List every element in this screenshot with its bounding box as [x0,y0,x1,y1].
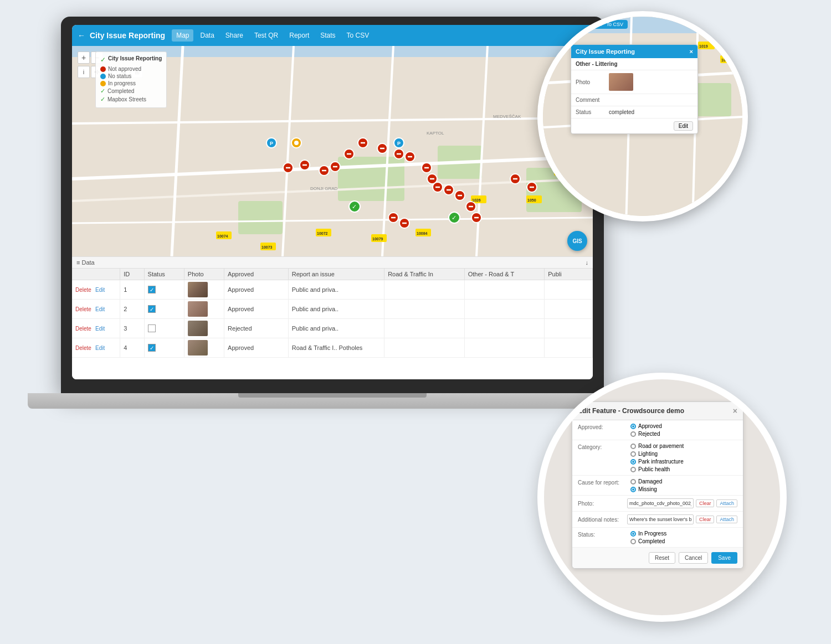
notes-attach-btn[interactable]: Attach [716,516,737,523]
edit-dialog-close[interactable]: × [733,406,737,415]
circle-nav: st QR Report Stats To CSV [548,20,628,29]
map-area[interactable]: DONJI GRAD KAPTOL MEDVEŠČAK 10074 10073 … [72,46,593,256]
approved-option-2[interactable]: Rejected [630,431,662,437]
delete-btn-4[interactable]: Delete [75,345,91,351]
svg-text:1050: 1050 [527,198,536,202]
nav-map[interactable]: Map [172,29,193,42]
legend-no-status: No status [100,73,162,79]
svg-text:10084: 10084 [417,231,428,235]
reset-btn[interactable]: Reset [649,552,675,564]
circle-popup-status-value: completed [609,109,634,115]
circle-popup-close[interactable]: × [690,48,693,55]
circle-popup: City Issue Reporting × Other - Littering… [571,44,698,134]
edit-field-photo: Photo: Clear Attach [572,496,743,512]
screen-bezel: ← City Issue Reporting Map Data Share Te… [72,25,593,379]
circle-popup-actions: Edit [571,119,697,133]
status-option-1[interactable]: In Progress [630,530,666,537]
svg-text:1019: 1019 [699,44,708,48]
status-option-2[interactable]: Completed [630,538,666,544]
nav-stats[interactable]: Stats [316,29,340,42]
cause-label: Cause for report: [578,478,630,486]
status-checked-2: ✓ [148,305,156,313]
photo-thumb-2 [188,301,208,317]
circle-popup-photo-thumb [609,73,633,91]
nav-tocsv[interactable]: To CSV [342,29,374,42]
category-option-1[interactable]: Road or pavement [630,443,684,449]
edit-field-approved: Approved: Approved Rejected [572,420,743,440]
col-status: Status [144,269,184,280]
magnifier-circle-bottom: Edit Feature - Crowdsource demo × Approv… [537,373,787,622]
nav-data[interactable]: Data [196,29,218,42]
svg-text:P: P [270,141,273,146]
svg-text:DONJI GRAD: DONJI GRAD [310,186,338,191]
table-row: Delete Edit 1 ✓ Approved Public and priv… [72,280,593,300]
circle-popup-label-comment: Comment [576,97,609,103]
cause-option-1[interactable]: Damaged [630,478,662,485]
edit-field-cause: Cause for report: Damaged Missing [572,476,743,496]
circle-popup-edit-btn[interactable]: Edit [674,121,693,131]
svg-text:10074: 10074 [217,234,228,238]
edit-field-notes: Additional notes: Clear Attach [572,512,743,528]
legend-not-approved: Not approved [100,66,162,72]
notes-clear-btn[interactable]: Clear [696,516,715,523]
delete-btn-2[interactable]: Delete [75,306,91,312]
col-approved: Approved [224,269,289,280]
status-options: In Progress Completed [630,530,666,544]
circle-nav-item-2: Report [570,22,586,27]
download-icon[interactable]: ↓ [586,259,589,266]
delete-btn-1[interactable]: Delete [75,287,91,293]
status-unchecked-3 [148,324,156,332]
edit-field-status: Status: In Progress Completed [572,528,743,548]
nav-back-button[interactable]: ← [78,31,85,40]
data-label[interactable]: ≡ Data [76,259,95,266]
legend-in-progress: In progress [100,80,162,86]
col-id: ID [120,269,144,280]
map-legend: ✓ City Issue Reporting Not approved No s… [95,51,167,108]
svg-text:✓: ✓ [452,214,456,221]
legend-title: City Issue Reporting [108,55,162,61]
svg-text:10073: 10073 [261,245,273,249]
svg-rect-1 [338,157,404,201]
circle-edit-dialog: Edit Feature - Crowdsource demo × Approv… [572,401,743,569]
edit-btn-3[interactable]: Edit [95,326,105,332]
edit-btn-1[interactable]: Edit [95,287,105,293]
laptop-base [28,393,637,409]
category-option-3[interactable]: Park infrastructure [630,458,684,465]
edit-dialog-title: Edit Feature - Crowdsource demo [578,407,684,415]
category-option-2[interactable]: Lighting [630,451,684,457]
info-button[interactable]: i [78,66,90,78]
photo-clear-btn[interactable]: Clear [696,499,715,507]
table-row: Delete Edit 3 Rejected Public and priva.… [72,319,593,338]
svg-text:10072: 10072 [317,231,328,235]
nav-share[interactable]: Share [221,29,248,42]
svg-point-74 [294,141,299,145]
notes-input[interactable] [627,514,694,524]
save-btn[interactable]: Save [711,552,737,564]
top-nav: ← City Issue Reporting Map Data Share Te… [72,25,593,46]
nav-testqr[interactable]: Test QR [250,29,283,42]
approved-option-1[interactable]: Approved [630,423,662,429]
cause-options: Damaged Missing [630,478,662,492]
legend-mapbox: ✓ Mapbox Streets [100,96,162,103]
magnifier-circle-top: MEDVEŠČAK KAPTOL 1019 1025 ✓ st QR Repor… [537,11,748,221]
edit-btn-2[interactable]: Edit [95,306,105,312]
category-option-4[interactable]: Public health [630,466,684,472]
circle-popup-label-status: Status [576,109,609,115]
nav-report[interactable]: Report [285,29,314,42]
photo-label: Photo: [578,501,625,507]
cancel-btn[interactable]: Cancel [679,552,708,564]
table-row: Delete Edit 4 ✓ Approved Road & Traffic … [72,338,593,358]
edit-btn-4[interactable]: Edit [95,345,105,351]
circle-popup-row-status: Status completed [571,106,697,119]
photo-input[interactable] [627,498,694,508]
col-other: Other - Road & T [464,269,545,280]
delete-btn-3[interactable]: Delete [75,326,91,332]
photo-attach-btn[interactable]: Attach [716,499,737,507]
photo-thumb-3 [188,321,208,336]
photo-thumb-1 [188,282,208,297]
data-table: ID Status Photo Approved Report an issue… [72,269,593,358]
col-report: Report an issue [288,269,384,280]
cause-option-2[interactable]: Missing [630,486,662,492]
edit-dialog-actions: Reset Cancel Save [572,548,743,568]
zoom-in-button[interactable]: + [78,51,90,64]
